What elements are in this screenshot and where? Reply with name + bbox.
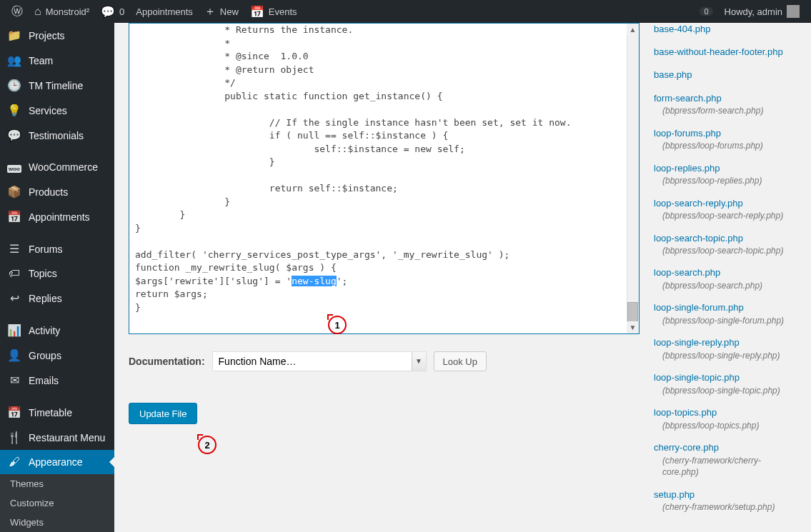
sidebar-item-woocommerce[interactable]: wooWooCommerce: [0, 155, 114, 179]
menu-icon: 💡: [7, 104, 21, 117]
file-path: (bbpress/loop-single-topic.php): [654, 385, 797, 397]
avatar: [787, 5, 800, 18]
code-pre: * Returns the instance. * * @since 1.0.0…: [135, 24, 571, 286]
file-item: loop-search.php(bbpress/loop-search.php): [654, 266, 797, 291]
scroll-up-icon[interactable]: ▲: [627, 24, 639, 36]
callout-1: 1: [328, 316, 347, 334]
file-item: setup.php(cherry-framework/setup.php): [654, 488, 797, 513]
menu-icon: 📁: [7, 29, 21, 42]
file-item: loop-forums.php(bbpress/loop-forums.php): [654, 127, 797, 152]
code-selection: new-slug: [292, 276, 337, 286]
file-link[interactable]: loop-single-reply.php: [654, 337, 740, 348]
file-link[interactable]: loop-search-topic.php: [654, 233, 743, 244]
scrollbar[interactable]: ▲ ▼: [627, 24, 639, 333]
chevron-down-icon: ▼: [412, 352, 426, 371]
file-path: (cherry-framework/setup.php): [654, 501, 797, 513]
site-name: Monstroid²: [46, 6, 89, 17]
menu-icon: woo: [7, 161, 21, 174]
admin-topbar: ⓦ ⌂Monstroid² 💬0 Appointments ＋New 📅Even…: [0, 0, 811, 23]
sidebar-item-timetable[interactable]: 📅Timetable: [0, 400, 114, 425]
brush-icon: 🖌: [7, 456, 21, 468]
file-link[interactable]: setup.php: [654, 489, 695, 500]
menu-icon: 💬: [7, 129, 21, 142]
file-link[interactable]: loop-replies.php: [654, 163, 720, 174]
file-link[interactable]: loop-forums.php: [654, 128, 721, 139]
wp-logo[interactable]: ⓦ: [6, 0, 29, 23]
sidebar-item-projects[interactable]: 📁Projects: [0, 23, 114, 48]
file-item: loop-single-reply.php(bbpress/loop-singl…: [654, 336, 797, 361]
sidebar-item-restaurant-menu[interactable]: 🍴Restaurant Menu: [0, 425, 114, 450]
menu-icon: ✉: [7, 373, 21, 387]
menu-icon: ☰: [7, 242, 21, 256]
menu-icon: ↩: [7, 291, 21, 305]
file-item: base.php: [654, 69, 797, 81]
sidebar-item-team[interactable]: 👥Team: [0, 48, 114, 73]
lookup-button[interactable]: Look Up: [434, 351, 487, 371]
file-path: (bbpress/loop-replies.php): [654, 175, 797, 187]
comment-icon: 💬: [101, 5, 115, 19]
appointments-link[interactable]: Appointments: [130, 0, 199, 23]
update-file-button[interactable]: Update File: [129, 403, 197, 424]
sidebar-item-products[interactable]: 📦Products: [0, 179, 114, 204]
new-link[interactable]: ＋New: [199, 0, 244, 23]
file-item: base-404.php: [654, 23, 797, 36]
sidebar-item-appointments[interactable]: 📅Appointments: [0, 204, 114, 229]
sidebar-item-replies[interactable]: ↩Replies: [0, 286, 114, 311]
file-link[interactable]: loop-single-topic.php: [654, 372, 740, 383]
calendar-icon: 📅: [250, 5, 264, 19]
notifications[interactable]: 0: [694, 0, 718, 23]
file-item: loop-search-reply.php(bbpress/loop-searc…: [654, 197, 797, 222]
scroll-down-icon[interactable]: ▼: [627, 321, 639, 333]
menu-icon: 👤: [7, 348, 21, 362]
submenu-item-customize[interactable]: Customize: [0, 493, 114, 513]
sidebar-item-services[interactable]: 💡Services: [0, 98, 114, 123]
submenu-item-widgets[interactable]: Widgets: [0, 513, 114, 532]
menu-icon: 📅: [7, 406, 21, 419]
menu-icon: 📦: [7, 185, 21, 199]
menu-icon: 👥: [7, 54, 21, 67]
admin-sidebar: 📁Projects👥Team🕒TM Timeline💡Services💬Test…: [0, 23, 114, 532]
sidebar-item-activity[interactable]: 📊Activity: [0, 318, 114, 343]
file-link[interactable]: form-search.php: [654, 93, 722, 104]
file-item: cherry-core.php(cherry-framework/cherry-…: [654, 441, 797, 478]
sidebar-item-appearance[interactable]: 🖌 Appearance: [0, 450, 114, 474]
file-path: (bbpress/loop-topics.php): [654, 420, 797, 432]
account-link[interactable]: Howdy, admin: [719, 0, 805, 23]
menu-icon: 📊: [7, 323, 21, 337]
file-item: base-without-header-footer.php: [654, 46, 797, 59]
sidebar-item-tm-timeline[interactable]: 🕒TM Timeline: [0, 73, 114, 98]
doc-label: Documentation:: [129, 356, 205, 367]
file-item: form-search.php(bbpress/form-search.php): [654, 92, 797, 117]
file-link[interactable]: base.php: [654, 69, 692, 80]
file-item: loop-replies.php(bbpress/loop-replies.ph…: [654, 162, 797, 187]
file-path: (bbpress/form-search.php): [654, 105, 797, 117]
file-path: (bbpress/loop-single-forum.php): [654, 315, 797, 327]
comments-link[interactable]: 💬0: [95, 0, 130, 23]
file-link[interactable]: loop-search-reply.php: [654, 198, 743, 209]
home-icon: ⌂: [34, 5, 41, 18]
sidebar-item-testimonials[interactable]: 💬Testimonials: [0, 123, 114, 148]
sidebar-item-topics[interactable]: 🏷Topics: [0, 261, 114, 286]
file-link[interactable]: base-without-header-footer.php: [654, 46, 783, 57]
site-name-link[interactable]: ⌂Monstroid²: [29, 0, 95, 23]
code-editor[interactable]: * Returns the instance. * * @since 1.0.0…: [129, 23, 640, 334]
events-link[interactable]: 📅Events: [244, 0, 303, 23]
file-link[interactable]: loop-search.php: [654, 267, 720, 278]
function-select[interactable]: Function Name…: [212, 351, 427, 371]
menu-icon: 🏷: [7, 267, 21, 280]
file-item: loop-search-topic.php(bbpress/loop-searc…: [654, 232, 797, 257]
submenu-item-themes[interactable]: Themes: [0, 474, 114, 493]
file-link[interactable]: loop-topics.php: [654, 407, 717, 418]
sidebar-item-groups[interactable]: 👤Groups: [0, 343, 114, 368]
sidebar-item-forums[interactable]: ☰Forums: [0, 236, 114, 261]
file-path: (cherry-framework/cherry-core.php): [654, 455, 797, 479]
file-path: (bbpress/loop-single-reply.php): [654, 350, 797, 362]
sidebar-item-emails[interactable]: ✉Emails: [0, 368, 114, 393]
file-link[interactable]: cherry-core.php: [654, 442, 719, 453]
file-link[interactable]: loop-single-forum.php: [654, 302, 744, 313]
file-item: loop-single-forum.php(bbpress/loop-singl…: [654, 301, 797, 326]
scroll-thumb[interactable]: [627, 302, 638, 323]
wordpress-icon: ⓦ: [11, 4, 23, 19]
file-path: (bbpress/loop-search-topic.php): [654, 245, 797, 257]
file-link[interactable]: base-404.php: [654, 24, 711, 34]
